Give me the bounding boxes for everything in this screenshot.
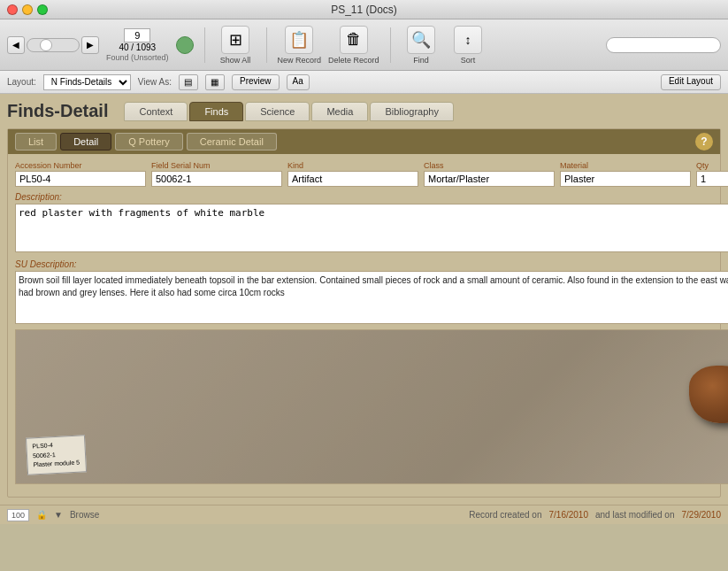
accession-number-group: Accession Number <box>15 161 146 187</box>
tab-finds[interactable]: Finds <box>189 102 243 121</box>
record-area: Accession Number Field Serial Num Kind C… <box>8 154 720 497</box>
show-all-icon: ⊞ <box>221 26 249 54</box>
layout-select[interactable]: N Finds-Details <box>43 74 131 90</box>
sub-tabs: List Detail Q Pottery Ceramic Detail ? <box>8 129 720 154</box>
record-navigation: ◀ ▶ <box>7 36 99 54</box>
status-icon-2: ▼ <box>54 510 63 520</box>
show-all-button[interactable]: ⊞ Show All <box>216 26 256 65</box>
su-description-box: Brown soil fill layer located immediatel… <box>15 271 728 324</box>
record-slider[interactable] <box>27 38 80 52</box>
separator-3 <box>390 27 391 63</box>
tab-media[interactable]: Media <box>311 102 368 121</box>
edit-layout-button[interactable]: Edit Layout <box>661 74 721 90</box>
sub-tab-ceramic-detail[interactable]: Ceramic Detail <box>187 133 277 150</box>
description-textarea[interactable]: red plaster with fragments of white marb… <box>15 204 728 252</box>
delete-record-icon: 🗑 <box>340 26 368 54</box>
search-input[interactable] <box>606 37 721 53</box>
kind-input[interactable] <box>287 171 418 187</box>
record-count-display: 9 40 / 1093 Found (Unsorted) <box>106 28 169 62</box>
description-label: Description: <box>15 192 728 202</box>
sort-icon: ↕ <box>454 26 482 54</box>
new-record-button[interactable]: 📋 New Record <box>278 26 322 65</box>
new-record-icon: 📋 <box>285 26 313 54</box>
title-bar: PS_11 (Docs) <box>0 0 728 19</box>
slider-thumb <box>40 39 52 51</box>
sub-tab-detail[interactable]: Detail <box>60 133 111 150</box>
status-bar: 100 🔒 ▼ Browse Record created on 7/16/20… <box>0 505 728 524</box>
tab-bibliography[interactable]: Bibliography <box>370 102 454 121</box>
nav-tabs: Finds-Detail Context Finds Science Media… <box>7 101 721 121</box>
image-area: c PLS0-450062-1Plaster module 5 <box>15 329 728 484</box>
class-input[interactable] <box>424 171 555 187</box>
qty-group: Qty <box>696 161 728 187</box>
created-date: 7/16/2010 <box>548 510 588 520</box>
close-button[interactable] <box>7 4 18 15</box>
window-title: PS_11 (Docs) <box>331 4 397 16</box>
view-table-button[interactable]: ▦ <box>205 74 225 90</box>
artifact-image: PLS0-450062-1Plaster module 5 <box>16 330 728 483</box>
text-size-button[interactable]: Aa <box>287 74 310 90</box>
tab-context[interactable]: Context <box>124 102 188 121</box>
view-form-button[interactable]: ▤ <box>179 74 198 90</box>
material-group: Material <box>560 161 691 187</box>
qty-input[interactable] <box>696 171 728 187</box>
status-icon-1: 🔒 <box>36 510 47 520</box>
sub-tab-list[interactable]: List <box>15 133 57 150</box>
nav-back-button[interactable]: ◀ <box>7 36 25 54</box>
record-created-label: Record created on <box>469 510 541 520</box>
sub-tab-q-pottery[interactable]: Q Pottery <box>115 133 182 150</box>
browse-mode-label: Browse <box>70 510 99 520</box>
maximize-button[interactable] <box>37 4 48 15</box>
sort-button[interactable]: ↕ Sort <box>448 26 488 65</box>
tab-science[interactable]: Science <box>245 102 310 121</box>
content-area: List Detail Q Pottery Ceramic Detail ? A… <box>7 128 721 498</box>
delete-record-button[interactable]: 🗑 Delete Record <box>328 26 379 65</box>
nav-forward-button[interactable]: ▶ <box>81 36 99 54</box>
toolbar: ◀ ▶ 9 40 / 1093 Found (Unsorted) ⊞ Show … <box>0 19 728 71</box>
layout-bar: Layout: N Finds-Details View As: ▤ ▦ Pre… <box>0 71 728 94</box>
accession-number-input[interactable] <box>15 171 146 187</box>
su-description-text: Brown soil fill layer located immediatel… <box>19 275 728 297</box>
current-record-number[interactable]: 9 <box>124 28 150 42</box>
zoom-level: 100 <box>7 509 29 521</box>
last-modified-label: and last modified on <box>595 510 675 520</box>
field-serial-input[interactable] <box>151 171 282 187</box>
find-button[interactable]: 🔍 Find <box>402 26 441 65</box>
fields-row: Accession Number Field Serial Num Kind C… <box>15 161 728 187</box>
find-icon: 🔍 <box>407 26 435 54</box>
image-label-tag: PLS0-450062-1Plaster module 5 <box>26 435 87 475</box>
modified-date: 7/29/2010 <box>682 510 722 520</box>
image-background <box>16 330 728 483</box>
preview-button[interactable]: Preview <box>232 74 280 90</box>
main-area: Finds-Detail Context Finds Science Media… <box>0 94 728 505</box>
class-group: Class <box>424 161 555 187</box>
separator-1 <box>204 27 205 63</box>
left-panel: Accession Number Field Serial Num Kind C… <box>15 161 728 490</box>
field-serial-group: Field Serial Num <box>151 161 282 187</box>
window-controls <box>7 4 48 15</box>
status-indicator <box>176 36 194 54</box>
su-description-label: SU Description: <box>15 259 728 269</box>
artifact-object <box>689 366 728 423</box>
help-button[interactable]: ? <box>695 133 713 150</box>
separator-2 <box>266 27 267 63</box>
material-input[interactable] <box>560 171 691 187</box>
search-area <box>606 37 721 53</box>
minimize-button[interactable] <box>22 4 33 15</box>
kind-group: Kind <box>287 161 418 187</box>
record-total: 40 / 1093 Found (Unsorted) <box>106 42 169 62</box>
page-title: Finds-Detail <box>7 101 108 121</box>
